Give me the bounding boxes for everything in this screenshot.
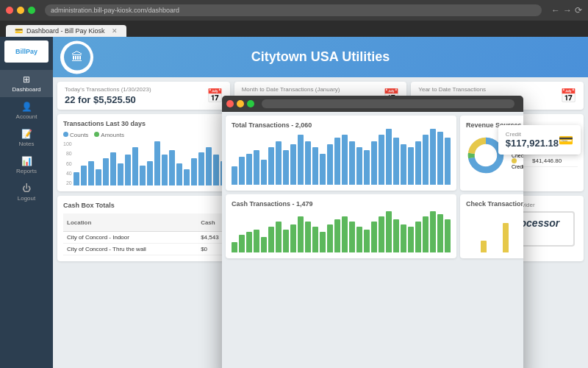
bar-3 (96, 169, 101, 186)
cash-bar-25 (415, 222, 421, 252)
cash-bar-28 (437, 214, 443, 253)
bar-11 (154, 141, 160, 185)
check-bar-5 (503, 223, 509, 252)
browser-nav-icons: ←→⟳ (551, 5, 582, 15)
total-bar-28 (437, 132, 443, 185)
total-bar-14 (334, 138, 340, 185)
credit-card-icon: 💳 (559, 133, 573, 147)
bar-19 (213, 155, 219, 185)
total-bar-27 (430, 129, 436, 185)
logout-icon: ⏻ (22, 183, 31, 194)
cash-bar-20 (379, 216, 384, 252)
total-bar-24 (408, 147, 414, 185)
total-transactions-chart: Total Transactions - 2,060 (226, 116, 456, 191)
dashboard-icon: ⊞ (23, 74, 30, 85)
total-bar-16 (349, 141, 355, 185)
sw-url-bar[interactable] (262, 99, 514, 108)
active-tab[interactable]: 💳 Dashboard - Bill Pay Kiosk ✕ (6, 25, 126, 37)
check-trans-bars (466, 212, 523, 252)
cash-bar-29 (445, 219, 451, 253)
sidebar-item-logout[interactable]: ⏻ Logout (0, 179, 53, 206)
sidebar-item-reports[interactable]: 📊 Reports (0, 152, 53, 179)
total-bar-3 (254, 150, 259, 185)
bar-13 (169, 150, 175, 185)
sw-close-btn[interactable] (226, 100, 234, 107)
sidebar-item-notes[interactable]: 📝 Notes (0, 124, 53, 152)
cash-trans-bars (232, 212, 451, 252)
account-icon: 👤 (21, 102, 32, 112)
tab-bar: 💳 Dashboard - Bill Pay Kiosk ✕ (0, 21, 588, 37)
tab-close-icon[interactable]: ✕ (112, 27, 118, 35)
total-bar-29 (445, 138, 451, 185)
cash-bar-5 (268, 227, 274, 252)
bar-14 (176, 163, 182, 185)
total-bar-18 (364, 150, 370, 185)
bar-15 (184, 169, 190, 186)
cash-bar-21 (386, 211, 392, 252)
bar-5 (110, 152, 116, 185)
bar-17 (198, 152, 204, 185)
bar-10 (147, 161, 153, 185)
tab-favicon: 💳 (15, 27, 23, 35)
sw-bottom-row: Cash Transactions - 1,479 Check Transact… (226, 194, 520, 258)
bar-4 (103, 158, 109, 186)
total-bar-25 (415, 141, 421, 185)
total-bar-5 (268, 147, 274, 185)
total-bar-6 (276, 141, 282, 185)
bar-6 (118, 163, 123, 185)
cash-bar-0 (232, 242, 237, 252)
notes-icon: 📝 (21, 129, 32, 139)
total-bar-21 (386, 129, 392, 185)
cash-bar-13 (327, 224, 333, 253)
cash-bar-24 (408, 227, 414, 252)
close-button[interactable] (6, 7, 13, 14)
cash-bar-15 (342, 216, 348, 252)
cash-bar-14 (334, 219, 340, 253)
total-bar-0 (232, 166, 237, 185)
total-bar-23 (401, 144, 406, 185)
cash-bar-27 (430, 211, 436, 252)
total-bar-8 (290, 144, 296, 185)
cash-bar-26 (423, 216, 429, 252)
cash-transactions-chart: Cash Transactions - 1,479 (226, 194, 456, 258)
sidebar-item-account[interactable]: 👤 Account (0, 97, 53, 124)
credit-card-box: Credit $117,921.18 💳 (498, 125, 581, 155)
total-bar-9 (298, 135, 304, 185)
total-bar-26 (423, 135, 429, 185)
cash-bar-3 (254, 230, 259, 253)
total-bar-13 (327, 144, 333, 185)
sidebar-item-dashboard[interactable]: ⊞ Dashboard (0, 70, 53, 97)
second-window-body: Total Transactions - 2,060 Revenue Sourc… (222, 112, 523, 368)
second-window-chrome (222, 96, 523, 112)
cash-bar-1 (239, 235, 245, 253)
url-bar[interactable]: administration.bill-pay-kiosk.com/dashbo… (45, 4, 542, 16)
sw-top-row: Total Transactions - 2,060 Revenue Sourc… (226, 116, 520, 191)
app-header: 🏛 Citytown USA Utilities (53, 37, 588, 77)
cash-bar-22 (393, 219, 399, 253)
total-bar-7 (283, 150, 289, 185)
main-content: 🏛 Citytown USA Utilities Today's Transac… (53, 37, 588, 368)
cash-bar-6 (276, 222, 282, 252)
cash-bar-16 (349, 222, 355, 252)
total-bar-15 (342, 135, 348, 185)
total-bar-4 (261, 160, 267, 185)
reports-icon: 📊 (21, 156, 32, 166)
cash-bar-11 (312, 227, 318, 252)
cash-bar-12 (320, 232, 326, 252)
sw-min-btn[interactable] (237, 100, 244, 107)
sidebar: BillPay ⊞ Dashboard 👤 Account 📝 Notes 📊 … (0, 37, 53, 368)
page-title: Citytown USA Utilities (251, 49, 390, 65)
minimize-button[interactable] (17, 7, 24, 14)
cash-bar-23 (401, 224, 406, 253)
second-window: Total Transactions - 2,060 Revenue Sourc… (222, 96, 523, 368)
cash-bar-8 (290, 224, 296, 253)
bar-0 (74, 172, 79, 185)
bar-16 (191, 158, 197, 186)
calendar-year-icon: 📅 (560, 88, 576, 104)
sw-max-btn[interactable] (247, 100, 254, 107)
bar-1 (81, 166, 87, 185)
stat-today: Today's Transactions (1/30/2023) 22 for … (57, 82, 230, 110)
cash-bar-19 (371, 222, 377, 252)
maximize-button[interactable] (28, 7, 35, 14)
check-transactions-chart: Check Transactions - 11 (460, 194, 523, 258)
